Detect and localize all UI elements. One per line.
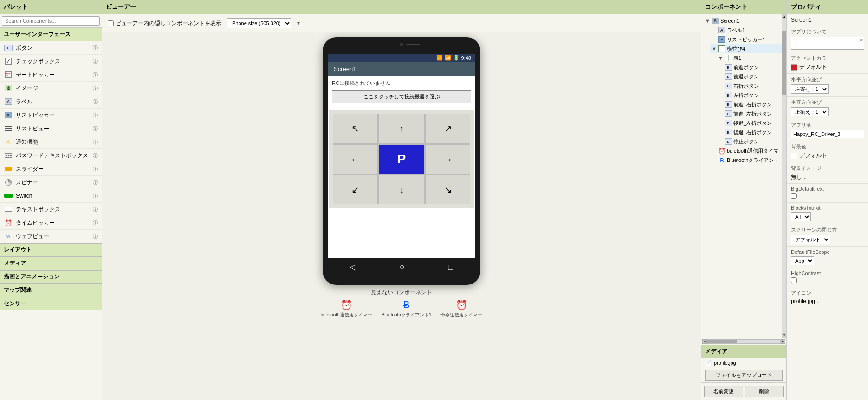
phone-grid-cell-down[interactable]: ↓: [379, 175, 424, 204]
dropdown-arrow-icon: ▾: [297, 20, 300, 26]
prop-blocks-toolkit-label: BlocksToolkit: [791, 205, 864, 211]
palette-section-sensor[interactable]: センサー: [0, 297, 102, 310]
phone-grid-cell-right[interactable]: →: [426, 145, 470, 174]
palette-item-password[interactable]: パスワードテキストボックス ⓘ: [0, 149, 102, 162]
listview-icon: [4, 124, 13, 133]
phone-back-button[interactable]: ◁: [350, 262, 356, 272]
accent-color-swatch[interactable]: [791, 64, 797, 71]
palette-checkbox-info: ⓘ: [93, 58, 98, 65]
signal-icon: 📶: [445, 55, 451, 61]
prop-blocks-toolkit-select[interactable]: All: [791, 212, 811, 221]
tree-item-bwdright-btn[interactable]: B 後退_右折ボタン: [723, 128, 784, 137]
prop-high-contrast-checkbox[interactable]: [791, 277, 797, 283]
tree-item-right-btn[interactable]: B 右折ボタン: [723, 81, 784, 90]
tree-scrollbar-down[interactable]: ▼: [782, 333, 786, 338]
palette-section-media[interactable]: メディア: [0, 257, 102, 270]
phone-size-select[interactable]: Phone size (505,320)Tablet size: [227, 18, 291, 28]
phone-grid-cell-left[interactable]: ←: [333, 145, 377, 174]
bg-color-swatch[interactable]: [791, 153, 797, 159]
phone-grid-cell-upleft[interactable]: ↖: [333, 114, 377, 143]
phone-grid-cell-downright[interactable]: ↘: [426, 175, 470, 204]
phone-grid-cell-up[interactable]: ↑: [379, 114, 424, 143]
palette-item-spinner[interactable]: スピナー ⓘ: [0, 176, 102, 189]
invisible-section-title: 見えないコンポーネント: [371, 289, 432, 296]
phone-recents-button[interactable]: □: [448, 262, 453, 272]
viewer-title: ビューアー: [106, 3, 136, 10]
show-hidden-checkbox[interactable]: [108, 20, 114, 26]
hscroll-left-btn[interactable]: ◂: [702, 339, 707, 344]
tree-scrollbar[interactable]: ▲ ▼: [782, 14, 786, 338]
right-panels: コンポーネント ▼ S Screen1 A ラベル1: [701, 0, 868, 400]
tree-item-fwd-btn[interactable]: B 前進ボタン: [723, 63, 784, 72]
prop-bg-color: 背景色 デフォルト: [787, 141, 868, 162]
bt-timer-label: buletooth通信用タイマー: [321, 312, 372, 318]
prop-bg-color-label-text: 背景色: [791, 144, 806, 149]
palette-item-listview[interactable]: リストビュー ⓘ: [0, 122, 102, 135]
prop-about-input[interactable]: [791, 37, 864, 50]
palette-section-maps-label: マップ関連: [4, 287, 32, 293]
pen-icon: ✏: [860, 38, 863, 43]
prop-h-align-select[interactable]: 左寄せ：1: [791, 84, 829, 94]
palette-section-drawing[interactable]: 描画とアニメーション: [0, 270, 102, 284]
switch-icon: [4, 191, 13, 200]
prop-screen-close-select[interactable]: デフォルト: [791, 235, 830, 244]
palette-item-listpicker[interactable]: ≡ リストピッカー ⓘ: [0, 109, 102, 122]
palette-item-timepicker[interactable]: ⏰ タイムピッカー ⓘ: [0, 216, 102, 230]
upload-file-button[interactable]: ファイルをアップロード: [705, 370, 783, 381]
palette-item-webview[interactable]: W ウェブビュー ⓘ: [0, 230, 102, 243]
palette-item-datepicker[interactable]: 📅 デートピッカー ⓘ: [0, 68, 102, 82]
palette-section-maps[interactable]: マップ関連: [0, 284, 102, 297]
tree-scrollbar-up[interactable]: ▲: [782, 14, 786, 19]
tree-item-bwdleft-btn[interactable]: B 後退_左折ボタン: [723, 118, 784, 128]
tree-item-listpicker1[interactable]: ≡ リストピッカー1: [710, 35, 784, 44]
palette-section-layout[interactable]: レイアウト: [0, 243, 102, 257]
components-media-header: メディア: [701, 345, 786, 358]
delete-button[interactable]: 削除: [745, 386, 784, 397]
prop-default-file-scope-select[interactable]: App: [791, 256, 814, 265]
prop-app-name-input[interactable]: [791, 130, 864, 138]
palette-section-ui-label: ユーザーインターフェース: [4, 31, 71, 38]
tree-item-left-btn[interactable]: B 左折ボタン: [723, 90, 784, 100]
rename-button[interactable]: 名前変更: [704, 386, 743, 397]
prop-bg-color-row: デフォルト: [791, 152, 864, 160]
show-hidden-text: ビューアー内の隠しコンポーネントを表示: [116, 19, 221, 27]
tree-item-fwdright-btn[interactable]: B 前進_右折ボタン: [723, 100, 784, 109]
prop-big-default-text-checkbox[interactable]: [791, 193, 797, 199]
phone-grid-cell-upright[interactable]: ↗: [426, 114, 470, 143]
phone-grid-cell-center[interactable]: P: [379, 145, 424, 174]
palette-item-slider[interactable]: スライダー ⓘ: [0, 162, 102, 176]
palette-item-button[interactable]: B ボタン ⓘ: [0, 41, 102, 55]
tree-item-bt-timer[interactable]: ⏰ buletooth通信用タイマ: [716, 146, 784, 155]
palette-item-notification[interactable]: ⚠ 通知機能 ⓘ: [0, 135, 102, 149]
phone-connect-button[interactable]: ここをタッチして接続機器を選ぶ: [332, 90, 471, 103]
prop-accent-color: アクセントカラー デフォルト: [787, 52, 868, 74]
upload-button-area: ファイルをアップロード: [701, 368, 786, 382]
tree-item-horizontal4[interactable]: ▼ 横並び4: [710, 44, 784, 53]
webview-icon: W: [4, 232, 13, 241]
phone-grid-cell-downleft[interactable]: ↙: [333, 175, 377, 204]
prop-v-align-select[interactable]: 上揃え：1: [791, 107, 829, 116]
palette-item-image[interactable]: 🖼 イメージ ⓘ: [0, 82, 102, 95]
tree-item-table1[interactable]: ▼ 表1: [716, 53, 784, 63]
palette-item-switch[interactable]: Switch ⓘ: [0, 189, 102, 203]
phone-grid: ↖ ↑ ↗ ← P → ↙ ↓ ↘: [333, 114, 470, 204]
palette-webview-info: ⓘ: [93, 233, 98, 240]
palette-item-label[interactable]: A ラベル ⓘ: [0, 95, 102, 109]
tree-item-bwd-btn[interactable]: B 後退ボタン: [723, 72, 784, 81]
palette-section-ui[interactable]: ユーザーインターフェース: [0, 28, 102, 41]
show-hidden-checkbox-label[interactable]: ビューアー内の隠しコンポーネントを表示: [108, 19, 221, 27]
tree-scrollbar-thumb: [782, 31, 786, 95]
palette-item-textbox[interactable]: テキストボックス ⓘ: [0, 203, 102, 216]
tree-item-stop-btn[interactable]: B 停止ボタン: [723, 137, 784, 146]
search-input[interactable]: [2, 16, 100, 26]
palette-item-checkbox[interactable]: ✓ チェックボックス ⓘ: [0, 55, 102, 68]
prop-screen-close-label-text: スクリーンの閉じ方: [791, 227, 837, 232]
tree-item-bt-client[interactable]: Ƀ Bluetoothクライアント: [716, 155, 784, 165]
hscroll-right-btn[interactable]: ▸: [781, 339, 785, 344]
phone-home-button[interactable]: ○: [400, 262, 405, 272]
tree-item-label1[interactable]: A ラベル1: [710, 26, 784, 35]
tree-item-screen1[interactable]: ▼ S Screen1: [703, 16, 784, 26]
tree-item-fwdleft-btn[interactable]: B 前進_左折ボタン: [723, 109, 784, 118]
password-icon: [4, 151, 13, 160]
prop-app-name: アプリ名: [787, 119, 868, 141]
